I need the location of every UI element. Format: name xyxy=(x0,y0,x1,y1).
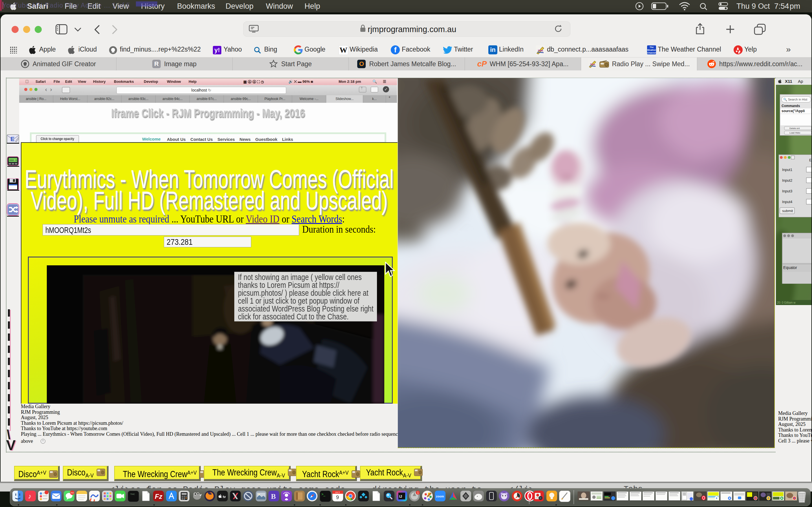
svg-text:888.88: 888.88 xyxy=(9,159,18,162)
svg-text:202: 202 xyxy=(70,492,74,494)
svg-text:Input4: Input4 xyxy=(782,200,792,204)
svg-text:♪: ♪ xyxy=(28,492,31,500)
svg-text:9: 9 xyxy=(336,495,339,500)
svg-text:Fz: Fz xyxy=(155,493,162,500)
svg-text:Input2: Input2 xyxy=(782,178,792,182)
svg-text:Load Histo: Load Histo xyxy=(790,131,801,134)
svg-text:source("/Appli: source("/Appli xyxy=(781,109,805,113)
svg-text:1: 1 xyxy=(417,491,419,494)
svg-text:B: B xyxy=(271,492,276,501)
svg-text:E: E xyxy=(10,135,15,143)
svg-text:IJ: IJ xyxy=(399,495,402,499)
svg-text:>_: >_ xyxy=(321,492,325,496)
svg-text:THC: THC xyxy=(130,493,135,496)
svg-text:OCT: OCT xyxy=(335,491,340,494)
svg-text:Delete ent: Delete ent xyxy=(790,127,800,129)
svg-text:E: E xyxy=(809,158,811,162)
svg-text:Ap: Ap xyxy=(798,79,803,83)
svg-text:20: 0 Gilliam w: 20: 0 Gilliam w xyxy=(777,301,796,304)
svg-text:Input1: Input1 xyxy=(782,168,792,172)
svg-text:Input3: Input3 xyxy=(782,189,792,193)
svg-text:submit: submit xyxy=(782,209,793,213)
svg-text:Commands: Commands xyxy=(781,104,800,108)
svg-text:🔍 Search in Hist: 🔍 Search in Hist xyxy=(783,98,807,101)
svg-text:X11: X11 xyxy=(785,79,792,83)
svg-text:Equator: Equator xyxy=(783,265,797,270)
svg-text:zoom: zoom xyxy=(436,495,444,498)
svg-text:tv: tv xyxy=(223,495,226,499)
